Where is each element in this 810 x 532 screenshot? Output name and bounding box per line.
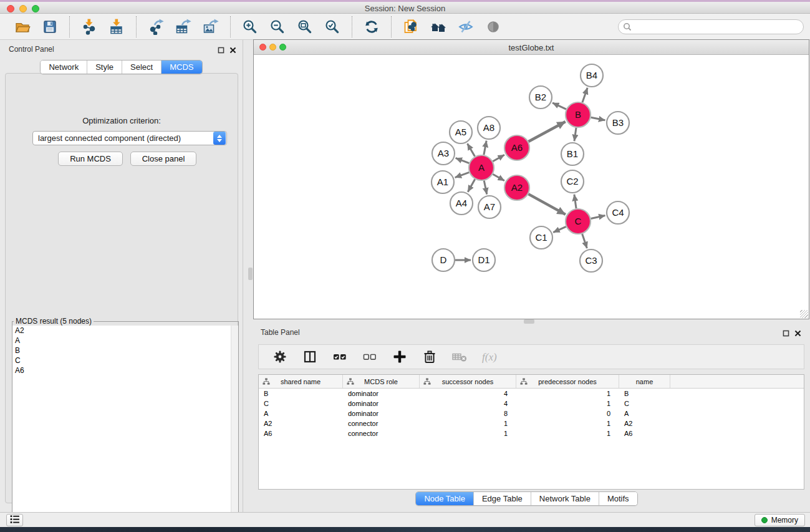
search-input[interactable] bbox=[618, 19, 804, 34]
graph-node-C4[interactable]: C4 bbox=[607, 201, 629, 224]
hide-columns-icon[interactable] bbox=[360, 347, 379, 366]
table-row[interactable]: A2connector11A2 bbox=[259, 418, 804, 428]
column-header-MCDS-role[interactable]: MCDS role bbox=[343, 375, 420, 388]
table-row[interactable]: A6connector11A6 bbox=[259, 428, 804, 438]
memory-button[interactable]: Memory bbox=[755, 514, 805, 526]
graph-node-C3[interactable]: C3 bbox=[580, 249, 602, 272]
show-panel-icon[interactable] bbox=[484, 17, 503, 36]
graph-node-C2[interactable]: C2 bbox=[561, 170, 584, 193]
graph-node-A4[interactable]: A4 bbox=[450, 192, 473, 215]
close-panel-button[interactable]: Close panel bbox=[130, 152, 196, 166]
graph-edge-C-C3[interactable] bbox=[582, 234, 587, 248]
mcds-result-item[interactable]: B bbox=[12, 346, 238, 355]
table-row[interactable]: Adominator80A bbox=[259, 409, 804, 418]
float-panel-icon[interactable] bbox=[218, 45, 224, 56]
import-network-icon[interactable] bbox=[80, 17, 99, 36]
graph-edge-C-C2[interactable] bbox=[574, 195, 576, 208]
graph-node-A2[interactable]: A2 bbox=[504, 175, 529, 200]
tab-node-table[interactable]: Node Table bbox=[416, 492, 474, 505]
task-history-button[interactable] bbox=[6, 514, 23, 526]
graph-node-A[interactable]: A bbox=[469, 155, 494, 180]
table-row[interactable]: Bdominator41B bbox=[259, 389, 804, 399]
tab-motifs[interactable]: Motifs bbox=[599, 492, 637, 505]
refresh-layout-icon[interactable] bbox=[362, 17, 381, 36]
graph-node-B2[interactable]: B2 bbox=[529, 86, 552, 109]
graph-node-C1[interactable]: C1 bbox=[530, 226, 552, 249]
graph-node-A8[interactable]: A8 bbox=[478, 117, 500, 139]
graph-node-B4[interactable]: B4 bbox=[581, 64, 603, 87]
graph-node-B3[interactable]: B3 bbox=[607, 112, 629, 134]
graph-edge-B-B3[interactable] bbox=[591, 117, 605, 120]
zoom-in-icon[interactable] bbox=[241, 17, 259, 36]
settings-gear-icon[interactable] bbox=[271, 347, 289, 366]
column-layout-icon[interactable] bbox=[301, 347, 319, 366]
export-table-icon[interactable] bbox=[174, 17, 193, 36]
mcds-result-item[interactable]: A bbox=[12, 336, 238, 346]
column-header-successor-nodes[interactable]: successor nodes bbox=[420, 375, 516, 388]
graph-edge-C-C4[interactable] bbox=[591, 215, 605, 218]
graph-node-A6[interactable]: A6 bbox=[504, 135, 529, 160]
graph-edge-A-A6[interactable] bbox=[493, 155, 504, 161]
graph-node-C[interactable]: C bbox=[566, 209, 591, 234]
tab-edge-table[interactable]: Edge Table bbox=[474, 492, 531, 505]
import-table-icon[interactable] bbox=[107, 17, 126, 36]
graph-edge-A-A8[interactable] bbox=[484, 141, 486, 155]
add-column-icon[interactable] bbox=[390, 347, 409, 366]
graph-node-B[interactable]: B bbox=[566, 102, 591, 127]
graph-edge-A-A2[interactable] bbox=[493, 174, 504, 180]
mcds-result-item[interactable]: A6 bbox=[12, 365, 238, 375]
graph-edge-C-C1[interactable] bbox=[553, 226, 566, 232]
graph-edge-B-B4[interactable] bbox=[582, 88, 587, 102]
graph-node-A7[interactable]: A7 bbox=[478, 196, 501, 218]
graph-edge-A6-B[interactable] bbox=[528, 122, 565, 142]
graph-edge-B-B2[interactable] bbox=[552, 103, 566, 109]
graph-edge-A2-C[interactable] bbox=[528, 194, 565, 215]
export-image-icon[interactable] bbox=[201, 17, 220, 36]
mcds-result-item[interactable]: A2 bbox=[12, 326, 238, 336]
graph-node-B1[interactable]: B1 bbox=[561, 143, 584, 165]
column-header-name[interactable]: name bbox=[619, 375, 670, 388]
graph-node-D[interactable]: D bbox=[432, 249, 455, 271]
tab-style[interactable]: Style bbox=[87, 60, 122, 74]
split-divider-handle-vertical[interactable] bbox=[248, 268, 253, 280]
zoom-fit-icon[interactable] bbox=[296, 17, 314, 36]
zoom-out-icon[interactable] bbox=[268, 17, 287, 36]
tab-network[interactable]: Network bbox=[41, 60, 87, 74]
column-header-predecessor-nodes[interactable]: predecessor nodes bbox=[516, 375, 619, 388]
split-divider-handle-horizontal[interactable] bbox=[524, 319, 534, 324]
graph-node-A5[interactable]: A5 bbox=[450, 121, 472, 143]
save-session-icon[interactable] bbox=[41, 17, 59, 36]
graph-edge-A-A4[interactable] bbox=[468, 179, 475, 191]
graph-edge-A-A7[interactable] bbox=[484, 181, 487, 195]
graph-node-A3[interactable]: A3 bbox=[432, 142, 455, 165]
mcds-result-list[interactable]: A2ABCA6 bbox=[12, 326, 238, 528]
home-layout-icon[interactable] bbox=[429, 17, 448, 36]
export-network-icon[interactable] bbox=[147, 17, 165, 36]
network-canvas[interactable]: AA1A2A3A4A5A6A7A8BB1B2B3B4CC1C2C3C4DD1 bbox=[254, 55, 809, 319]
graph-edge-A-A3[interactable] bbox=[456, 158, 470, 163]
close-panel-icon[interactable] bbox=[229, 45, 236, 56]
delete-column-icon[interactable] bbox=[420, 347, 439, 366]
table-row[interactable]: Cdominator41C bbox=[259, 399, 804, 409]
column-header-shared-name[interactable]: shared name bbox=[259, 375, 343, 388]
graph-node-A1[interactable]: A1 bbox=[432, 171, 454, 193]
tab-select[interactable]: Select bbox=[122, 60, 162, 74]
run-mcds-button[interactable]: Run MCDS bbox=[58, 152, 123, 166]
close-panel-icon[interactable] bbox=[794, 328, 801, 339]
float-panel-icon[interactable] bbox=[783, 328, 789, 339]
graph-node-D1[interactable]: D1 bbox=[473, 249, 495, 271]
show-columns-icon[interactable] bbox=[330, 347, 349, 366]
graph-edge-A-A5[interactable] bbox=[468, 143, 475, 157]
tab-mcds[interactable]: MCDS bbox=[162, 60, 201, 74]
criterion-select[interactable]: largest connected component (directed) bbox=[32, 131, 227, 145]
mcds-result-item[interactable]: C bbox=[12, 355, 238, 365]
network-window-titlebar[interactable]: testGlobe.txt bbox=[254, 40, 809, 55]
window-resize-grip[interactable] bbox=[800, 310, 808, 318]
list-scrollbar[interactable] bbox=[231, 326, 238, 528]
graph-edge-B-B1[interactable] bbox=[574, 128, 576, 141]
hide-panel-icon[interactable] bbox=[456, 17, 475, 36]
duplicate-network-icon[interactable] bbox=[402, 17, 420, 36]
open-session-icon[interactable] bbox=[13, 17, 32, 36]
zoom-selected-icon[interactable] bbox=[323, 17, 342, 36]
tab-network-table[interactable]: Network Table bbox=[531, 492, 599, 505]
